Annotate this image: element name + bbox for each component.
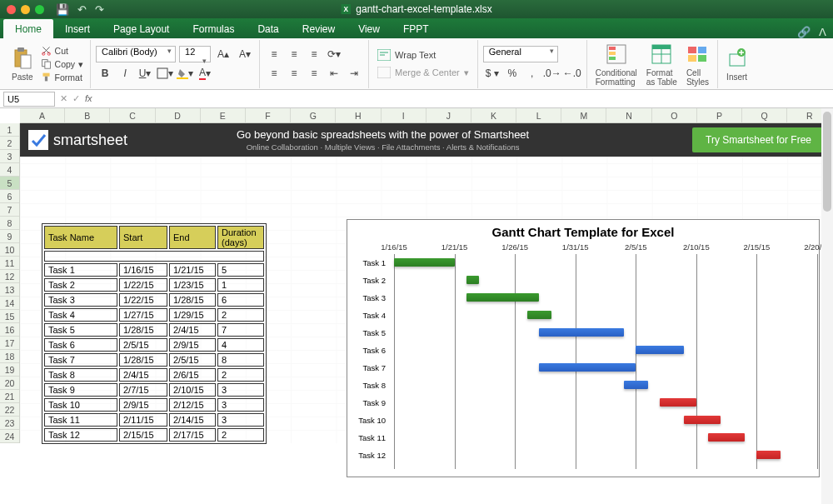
table-cell[interactable]: Task 2: [44, 278, 117, 292]
table-row[interactable]: Task 62/5/152/9/154: [44, 338, 264, 352]
table-cell[interactable]: 2/5/15: [169, 353, 216, 367]
table-cell[interactable]: 6: [217, 293, 264, 307]
tab-review[interactable]: Review: [291, 19, 347, 38]
increase-indent-icon[interactable]: ⇥: [345, 65, 363, 82]
table-row[interactable]: Task 122/15/152/17/152: [44, 428, 264, 442]
table-cell[interactable]: 1/23/15: [169, 278, 216, 292]
orientation-icon[interactable]: ⟳▾: [325, 46, 343, 62]
row-header[interactable]: 21: [0, 390, 19, 403]
table-cell[interactable]: Task 3: [44, 293, 117, 307]
save-icon[interactable]: 💾: [56, 3, 69, 16]
bold-button[interactable]: B: [96, 65, 114, 82]
gantt-chart[interactable]: Gantt Chart Template for Excel 1/16/151/…: [347, 219, 820, 477]
col-header[interactable]: O: [652, 108, 697, 122]
table-cell[interactable]: 2/11/15: [119, 413, 167, 427]
comma-icon[interactable]: ,: [523, 65, 541, 82]
table-cell[interactable]: 1/16/15: [119, 263, 167, 277]
gantt-bar[interactable]: [756, 451, 781, 459]
gantt-bar[interactable]: [539, 363, 636, 372]
minimize-icon[interactable]: [21, 5, 30, 14]
gantt-bar[interactable]: [708, 433, 745, 442]
font-color-button[interactable]: A▾: [196, 65, 214, 82]
formula-input[interactable]: [97, 92, 830, 107]
cell-grid[interactable]: smartsheet Go beyond basic spreadsheets …: [20, 123, 833, 443]
table-cell[interactable]: 2/9/15: [169, 338, 216, 352]
col-header[interactable]: M: [561, 108, 606, 122]
col-header[interactable]: H: [336, 108, 381, 122]
row-header[interactable]: 12: [0, 270, 19, 283]
table-row[interactable]: Task 31/22/151/28/156: [44, 293, 264, 307]
decrease-decimal-icon[interactable]: ←.0: [563, 65, 581, 82]
col-header[interactable]: C: [110, 108, 155, 122]
table-cell[interactable]: 2/15/15: [119, 428, 167, 442]
gantt-bar[interactable]: [624, 381, 648, 389]
align-right-icon[interactable]: ≡: [305, 65, 323, 82]
italic-button[interactable]: I: [116, 65, 134, 82]
row-header[interactable]: 6: [0, 190, 19, 203]
gantt-bar[interactable]: [660, 398, 696, 407]
table-cell[interactable]: 2: [217, 368, 264, 382]
table-cell[interactable]: 8: [217, 353, 264, 367]
row-header[interactable]: 13: [0, 283, 19, 297]
border-button[interactable]: ▾: [156, 65, 174, 82]
align-top-icon[interactable]: ≡: [265, 46, 283, 62]
row-header[interactable]: 22: [0, 403, 19, 417]
tab-formulas[interactable]: Formulas: [181, 19, 246, 38]
table-cell[interactable]: Task 4: [44, 308, 117, 322]
table-row[interactable]: Task 51/28/152/4/157: [44, 323, 264, 337]
scrollbar-thumb[interactable]: [823, 112, 831, 212]
col-header[interactable]: J: [426, 108, 471, 122]
tab-page-layout[interactable]: Page Layout: [102, 19, 181, 38]
table-cell[interactable]: Task 1: [44, 263, 117, 277]
table-row[interactable]: Task 11/16/151/21/155: [44, 263, 264, 277]
table-cell[interactable]: 3: [217, 383, 264, 397]
conditional-formatting-button[interactable]: Conditional Formatting: [592, 40, 641, 88]
gantt-bar[interactable]: [394, 258, 455, 267]
decrease-indent-icon[interactable]: ⇤: [325, 65, 343, 82]
col-header[interactable]: K: [471, 108, 516, 122]
ribbon-collapse-icon[interactable]: ᐱ: [819, 26, 826, 38]
row-header[interactable]: 7: [0, 203, 19, 217]
row-headers[interactable]: 123456789101112131415161718192021222324: [0, 123, 20, 443]
col-header[interactable]: L: [516, 108, 561, 122]
format-painter-button[interactable]: Format: [39, 71, 86, 83]
row-header[interactable]: 1: [0, 123, 19, 137]
undo-icon[interactable]: ↶: [77, 3, 87, 16]
paste-button[interactable]: Paste: [8, 44, 37, 83]
share-icon[interactable]: 🔗: [797, 26, 811, 38]
table-row[interactable]: Task 112/11/152/14/153: [44, 413, 264, 427]
col-header[interactable]: N: [606, 108, 651, 122]
table-cell[interactable]: Task 11: [44, 413, 117, 427]
col-header[interactable]: I: [382, 108, 426, 122]
table-cell[interactable]: 2/4/15: [119, 368, 167, 382]
col-header[interactable]: D: [156, 108, 201, 122]
th-end[interactable]: End: [169, 226, 216, 249]
increase-font-icon[interactable]: A▴: [214, 46, 232, 62]
row-header[interactable]: 17: [0, 337, 19, 350]
table-cell[interactable]: 2/14/15: [169, 413, 216, 427]
table-cell[interactable]: 5: [217, 263, 264, 277]
tab-fppt[interactable]: FPPT: [392, 19, 441, 38]
close-icon[interactable]: [7, 5, 16, 14]
cell-styles-button[interactable]: Cell Styles: [683, 40, 712, 88]
row-header[interactable]: 18: [0, 350, 19, 363]
worksheet[interactable]: ABCDEFGHIJKLMNOPQR 123456789101112131415…: [0, 108, 833, 504]
table-cell[interactable]: 7: [217, 323, 264, 337]
font-size-select[interactable]: 12: [179, 46, 211, 62]
table-cell[interactable]: Task 12: [44, 428, 117, 442]
col-header[interactable]: A: [20, 108, 65, 122]
format-as-table-button[interactable]: Format as Table: [643, 40, 681, 88]
table-cell[interactable]: 3: [217, 413, 264, 427]
zoom-icon[interactable]: [35, 5, 44, 14]
wrap-text-button[interactable]: Wrap Text: [374, 47, 472, 62]
tab-data[interactable]: Data: [246, 19, 290, 38]
row-header[interactable]: 14: [0, 297, 19, 310]
currency-icon[interactable]: $ ▾: [483, 65, 501, 82]
align-middle-icon[interactable]: ≡: [285, 46, 303, 62]
table-cell[interactable]: Task 10: [44, 398, 117, 412]
row-header[interactable]: 9: [0, 230, 19, 243]
cut-button[interactable]: Cut: [39, 44, 86, 57]
table-cell[interactable]: Task 7: [44, 353, 117, 367]
row-header[interactable]: 20: [0, 377, 19, 390]
table-cell[interactable]: 1/29/15: [169, 308, 216, 322]
